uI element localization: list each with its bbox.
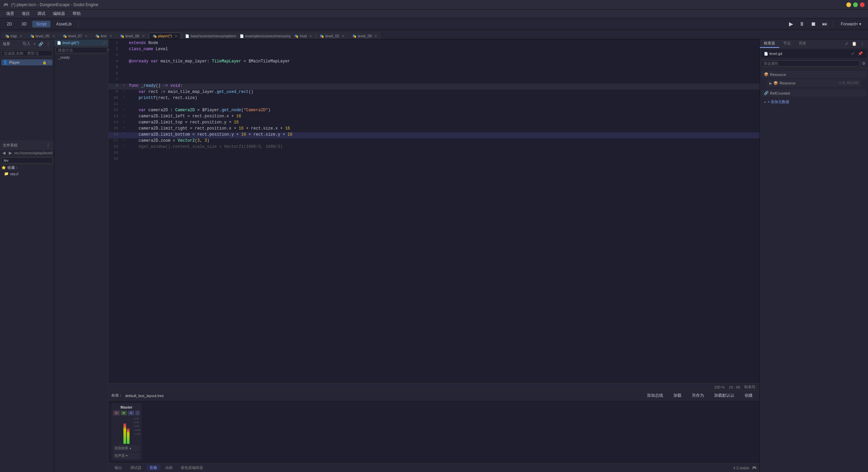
tab-test[interactable]: 🎭 test ✕ [92, 33, 116, 39]
fs-filter-input[interactable] [1, 157, 53, 163]
resource-header-2[interactable]: 🔗 RefCounted [761, 90, 867, 97]
tab-examples[interactable]: 📄 examples/scenes/menus/options_menu/vid… [236, 33, 290, 39]
inspector-filter-input[interactable] [761, 60, 860, 66]
mode-assetlib-button[interactable]: AssetLib [52, 21, 76, 27]
load-btn[interactable]: 加载 [669, 392, 686, 399]
tab-level09-close[interactable]: ✕ [374, 34, 377, 38]
tab-player[interactable]: 🎭 player(*) ✕ [149, 33, 181, 39]
step-button[interactable]: ⏭ [820, 20, 830, 28]
tab-level05-close[interactable]: ✕ [52, 34, 55, 38]
resource-header-1[interactable]: 📦 Resource [761, 71, 867, 78]
inspector-tab-inspector[interactable]: 检查器 [760, 39, 779, 48]
tab-options-menu[interactable]: 📄 base/scenes/menus/options_menu/vid... … [181, 33, 236, 39]
scene-filter-input[interactable] [1, 50, 53, 56]
code-line-9: 9 ⚡ var rect := main_tile_map_layer.get_… [108, 90, 760, 96]
bus-master: Master S M B ⋮ [111, 403, 142, 460]
tab-level05[interactable]: 🎭 level_05 ✕ [26, 33, 59, 39]
breakpoint-8[interactable]: ⬇ [123, 83, 125, 87]
tab-trap-close[interactable]: ✕ [20, 34, 22, 38]
menu-scene[interactable]: 场景 [3, 10, 18, 17]
method-ready[interactable]: _ready [54, 54, 108, 60]
bus-mute-btn[interactable]: M [121, 411, 127, 415]
mode-2d-button[interactable]: 2D [3, 21, 16, 27]
forward-plus-button[interactable]: Forward+ ▾ [837, 21, 865, 27]
mode-3d-button[interactable]: 3D [17, 21, 31, 27]
fs-options-btn[interactable]: ⋮ [45, 142, 51, 148]
line-gutter-13: ⚡ [121, 114, 127, 118]
script-method-filter-input[interactable] [56, 47, 107, 53]
scene-tree: 👤 Player 🔒 👁 [0, 58, 54, 141]
scene-import-btn[interactable]: 导入 [21, 41, 32, 47]
inspector-icon-3[interactable]: ⋮ [859, 41, 865, 46]
code-tab-size: 制表符 [744, 385, 755, 390]
tab-level08[interactable]: 🎭 level_08 ✕ [116, 33, 149, 39]
fs-forward-btn[interactable]: ▶ [8, 150, 13, 156]
menu-help[interactable]: 帮助 [69, 10, 84, 17]
fs-favorites[interactable]: ⭐ 收藏： [0, 164, 54, 171]
script-file-options[interactable]: ⤢ [103, 41, 105, 45]
code-area[interactable]: 1 extends Node 2 class_name Level 3 [108, 39, 760, 383]
inspector-tab-node[interactable]: 节点 [779, 39, 795, 48]
line-content-10: printtf(rect, rect.size) [127, 96, 760, 100]
line-num-18: 18 [108, 144, 121, 149]
code-line-10: 10 ⚡ printtf(rect, rect.size) [108, 96, 760, 102]
inspector-filter-btn[interactable]: ⚙ [861, 61, 867, 66]
bus-more-btn[interactable]: ⋮ [135, 411, 140, 415]
inspector-file-pin[interactable]: 📌 [857, 51, 864, 56]
line-num-19: 19 [108, 151, 121, 155]
bottom-tab-shader[interactable]: 着色器编辑器 [177, 465, 206, 471]
fs-back-btn[interactable]: ◀ [1, 150, 6, 156]
add-bus-btn[interactable]: 添加总线 [643, 392, 667, 399]
line-num-14: 14 [108, 120, 121, 124]
menu-debug[interactable]: 调试 [34, 10, 49, 17]
bottom-tab-audio[interactable]: 音频 [146, 465, 160, 471]
inspector-tab-history[interactable]: 历史 [795, 39, 810, 48]
scene-add-btn[interactable]: + [32, 41, 37, 47]
bottom-tab-output[interactable]: 输出 [111, 465, 125, 471]
tab-level02[interactable]: 🎭 level_02 ✕ [316, 33, 348, 39]
save-as-btn[interactable]: 另存为 [688, 392, 708, 399]
bus-add-effect[interactable]: 添加效果 ▾ [113, 445, 140, 451]
tab-test-close[interactable]: ✕ [110, 34, 112, 38]
stop-button[interactable]: ⏹ [809, 20, 818, 28]
menu-project[interactable]: 项目 [18, 10, 33, 17]
resource-label-1: Resource [770, 73, 786, 77]
titlebar-title: (*) player.tscn - DungeonEscape - Godot … [11, 2, 98, 7]
tab-level02-close[interactable]: ✕ [342, 34, 344, 38]
inspector-icon-1[interactable]: ⤢ [844, 41, 849, 46]
scene-options-btn[interactable]: ⋮ [45, 41, 51, 47]
tab-level09[interactable]: 🎭 level_09 ✕ [349, 33, 381, 39]
bottom-tab-debugger[interactable]: 调试器 [127, 465, 145, 471]
resource-sub-label-1: Resource [780, 81, 795, 85]
tab-hud-close[interactable]: ✕ [309, 34, 312, 38]
minimize-button[interactable] [846, 2, 851, 7]
play-button[interactable]: ▶ [787, 20, 795, 28]
tab-level07-close[interactable]: ✕ [85, 34, 87, 38]
tab-player-close[interactable]: ✕ [175, 34, 177, 38]
resource-subheader-1[interactable]: ▶ 📦 Resource 1 共 262,243 [767, 79, 861, 87]
tab-level07[interactable]: 🎭 level_07 ✕ [59, 33, 91, 39]
bus-bypass-btn[interactable]: B [128, 411, 134, 415]
load-default-btn[interactable]: 加载默认认 [710, 392, 738, 399]
bus-noise[interactable]: 拓声器 ▾ [113, 453, 140, 459]
maximize-button[interactable] [853, 2, 858, 7]
inspector-icon-2[interactable]: 📋 [851, 41, 858, 46]
tab-level08-close[interactable]: ✕ [142, 34, 145, 38]
inspector-file-expand[interactable]: ⤢ [850, 51, 855, 56]
tree-item-player[interactable]: 👤 Player 🔒 👁 [1, 59, 53, 65]
tab-hud[interactable]: 🎭 Hud ✕ [291, 33, 316, 39]
close-button[interactable] [860, 2, 865, 7]
fs-res-root[interactable]: 📁 res:// [0, 171, 54, 177]
add-metadata-btn[interactable]: + + 添加元数据 [761, 98, 867, 106]
bottom-tab-animation[interactable]: 动画 [162, 465, 176, 471]
create-btn[interactable]: 创建 [741, 392, 757, 399]
scene-link-btn[interactable]: 🔗 [37, 41, 44, 47]
pause-button[interactable]: ⏸ [797, 20, 807, 28]
mode-script-button[interactable]: Script [32, 21, 51, 27]
line-content-12: var camera2D : Camera2D = $Player.get_no… [127, 108, 760, 113]
tab-trap[interactable]: 🎭 trap ✕ [1, 33, 26, 39]
bus-solo-btn[interactable]: S [113, 411, 120, 415]
bus-master-meter: -6dB -6dB -6dB -24dB -72dB [113, 417, 140, 444]
menu-editor[interactable]: 编辑器 [50, 10, 68, 17]
line-content-16: camera2D.limit_bottom = rect.position.y … [127, 132, 760, 137]
